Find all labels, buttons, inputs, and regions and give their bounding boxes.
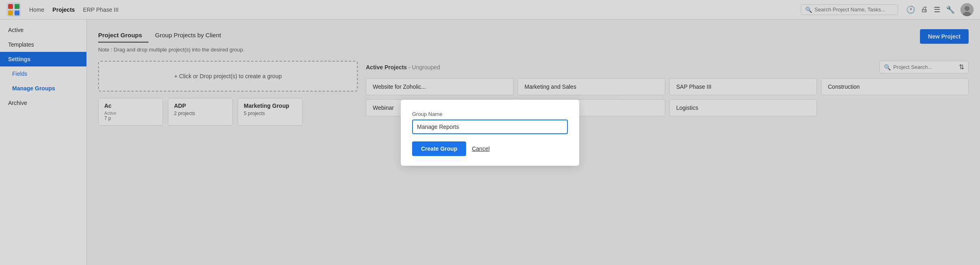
create-group-button[interactable]: Create Group bbox=[412, 141, 466, 156]
group-name-input[interactable] bbox=[412, 120, 568, 134]
main-content: New Project Project Groups Group Project… bbox=[87, 19, 980, 265]
cancel-link[interactable]: Cancel bbox=[472, 145, 490, 152]
modal-actions: Create Group Cancel bbox=[412, 141, 568, 156]
create-group-modal: Group Name Create Group Cancel bbox=[401, 100, 579, 166]
modal-overlay: Group Name Create Group Cancel bbox=[87, 19, 980, 265]
main-layout: Active Templates Settings Fields Manage … bbox=[0, 19, 980, 265]
group-name-label: Group Name bbox=[412, 111, 568, 117]
